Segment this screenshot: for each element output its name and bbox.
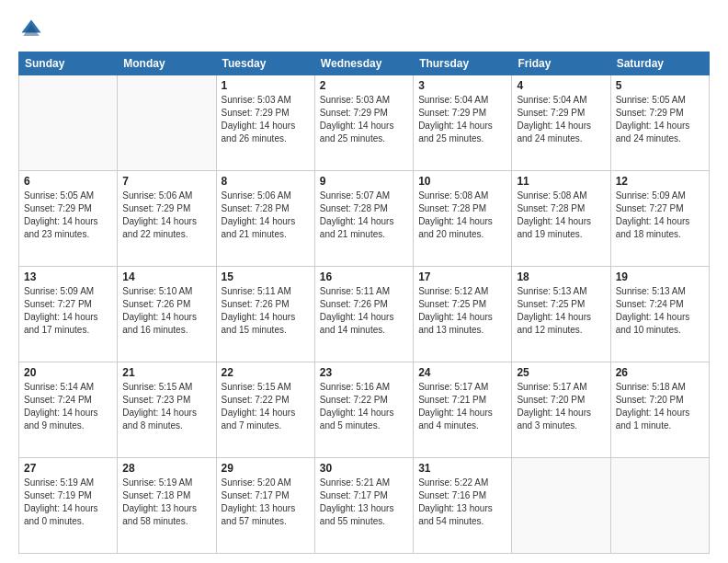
calendar-cell: 9Sunrise: 5:07 AM Sunset: 7:28 PM Daylig… [314,171,413,267]
day-detail: Sunrise: 5:14 AM Sunset: 7:24 PM Dayligh… [24,381,112,432]
calendar-cell: 17Sunrise: 5:12 AM Sunset: 7:25 PM Dayli… [414,267,512,362]
day-detail: Sunrise: 5:15 AM Sunset: 7:22 PM Dayligh… [222,381,310,432]
day-detail: Sunrise: 5:09 AM Sunset: 7:27 PM Dayligh… [616,190,704,241]
day-number: 6 [24,175,112,188]
day-detail: Sunrise: 5:16 AM Sunset: 7:22 PM Dayligh… [320,381,408,432]
day-detail: Sunrise: 5:17 AM Sunset: 7:20 PM Dayligh… [517,381,605,432]
weekday-header-wednesday: Wednesday [314,52,413,75]
weekday-header-tuesday: Tuesday [216,52,314,75]
calendar-cell: 31Sunrise: 5:22 AM Sunset: 7:16 PM Dayli… [414,458,512,554]
day-number: 2 [320,79,408,92]
day-detail: Sunrise: 5:03 AM Sunset: 7:29 PM Dayligh… [320,94,408,145]
calendar-table: SundayMondayTuesdayWednesdayThursdayFrid… [18,52,710,554]
day-detail: Sunrise: 5:06 AM Sunset: 7:29 PM Dayligh… [122,190,210,241]
day-detail: Sunrise: 5:09 AM Sunset: 7:27 PM Dayligh… [24,285,112,337]
day-detail: Sunrise: 5:19 AM Sunset: 7:18 PM Dayligh… [122,477,210,528]
calendar-cell: 14Sunrise: 5:10 AM Sunset: 7:26 PM Dayli… [118,267,216,362]
calendar-cell: 26Sunrise: 5:18 AM Sunset: 7:20 PM Dayli… [610,362,709,458]
day-detail: Sunrise: 5:17 AM Sunset: 7:21 PM Dayligh… [418,381,506,432]
calendar-cell: 13Sunrise: 5:09 AM Sunset: 7:27 PM Dayli… [19,267,118,362]
calendar-cell: 21Sunrise: 5:15 AM Sunset: 7:23 PM Dayli… [118,362,216,458]
calendar-week-row: 13Sunrise: 5:09 AM Sunset: 7:27 PM Dayli… [19,267,710,362]
weekday-header-row: SundayMondayTuesdayWednesdayThursdayFrid… [19,52,710,75]
day-detail: Sunrise: 5:05 AM Sunset: 7:29 PM Dayligh… [616,94,704,145]
calendar-cell: 4Sunrise: 5:04 AM Sunset: 7:29 PM Daylig… [512,75,610,171]
day-number: 24 [418,366,506,379]
calendar-cell: 20Sunrise: 5:14 AM Sunset: 7:24 PM Dayli… [19,362,118,458]
day-detail: Sunrise: 5:04 AM Sunset: 7:29 PM Dayligh… [517,94,605,145]
day-number: 4 [517,79,605,92]
weekday-header-friday: Friday [512,52,610,75]
calendar-cell: 23Sunrise: 5:16 AM Sunset: 7:22 PM Dayli… [314,362,413,458]
weekday-header-saturday: Saturday [610,52,709,75]
day-number: 17 [418,270,506,283]
day-number: 28 [122,462,210,475]
calendar-week-row: 6Sunrise: 5:05 AM Sunset: 7:29 PM Daylig… [19,171,710,267]
calendar-cell: 22Sunrise: 5:15 AM Sunset: 7:22 PM Dayli… [216,362,314,458]
calendar-cell: 8Sunrise: 5:06 AM Sunset: 7:28 PM Daylig… [216,171,314,267]
day-detail: Sunrise: 5:07 AM Sunset: 7:28 PM Dayligh… [320,190,408,241]
calendar-cell [118,75,216,171]
day-detail: Sunrise: 5:05 AM Sunset: 7:29 PM Dayligh… [24,190,112,241]
day-number: 18 [517,270,605,283]
calendar-cell: 5Sunrise: 5:05 AM Sunset: 7:29 PM Daylig… [610,75,709,171]
day-detail: Sunrise: 5:15 AM Sunset: 7:23 PM Dayligh… [122,381,210,432]
day-number: 12 [616,175,704,188]
weekday-header-thursday: Thursday [414,52,512,75]
day-detail: Sunrise: 5:13 AM Sunset: 7:24 PM Dayligh… [616,285,704,337]
day-detail: Sunrise: 5:21 AM Sunset: 7:17 PM Dayligh… [320,477,408,528]
day-detail: Sunrise: 5:20 AM Sunset: 7:17 PM Dayligh… [222,477,310,528]
logo [18,17,48,42]
day-detail: Sunrise: 5:10 AM Sunset: 7:26 PM Dayligh… [122,285,210,337]
calendar-week-row: 20Sunrise: 5:14 AM Sunset: 7:24 PM Dayli… [19,362,710,458]
calendar-cell: 25Sunrise: 5:17 AM Sunset: 7:20 PM Dayli… [512,362,610,458]
calendar-week-row: 27Sunrise: 5:19 AM Sunset: 7:19 PM Dayli… [19,458,710,554]
day-number: 21 [122,366,210,379]
day-number: 11 [517,175,605,188]
day-number: 23 [320,366,408,379]
calendar-cell: 19Sunrise: 5:13 AM Sunset: 7:24 PM Dayli… [610,267,709,362]
calendar-cell: 1Sunrise: 5:03 AM Sunset: 7:29 PM Daylig… [216,75,314,171]
day-number: 29 [222,462,310,475]
day-detail: Sunrise: 5:12 AM Sunset: 7:25 PM Dayligh… [418,285,506,337]
day-number: 8 [222,175,310,188]
calendar-cell: 6Sunrise: 5:05 AM Sunset: 7:29 PM Daylig… [19,171,118,267]
header [18,17,710,42]
day-detail: Sunrise: 5:22 AM Sunset: 7:16 PM Dayligh… [418,477,506,528]
day-number: 5 [616,79,704,92]
day-detail: Sunrise: 5:11 AM Sunset: 7:26 PM Dayligh… [320,285,408,337]
calendar-cell: 30Sunrise: 5:21 AM Sunset: 7:17 PM Dayli… [314,458,413,554]
weekday-header-monday: Monday [118,52,216,75]
day-detail: Sunrise: 5:08 AM Sunset: 7:28 PM Dayligh… [517,190,605,241]
calendar-cell: 12Sunrise: 5:09 AM Sunset: 7:27 PM Dayli… [610,171,709,267]
day-number: 1 [222,79,310,92]
day-number: 22 [222,366,310,379]
day-number: 14 [122,270,210,283]
day-detail: Sunrise: 5:11 AM Sunset: 7:26 PM Dayligh… [222,285,310,337]
day-number: 10 [418,175,506,188]
calendar-week-row: 1Sunrise: 5:03 AM Sunset: 7:29 PM Daylig… [19,75,710,171]
day-detail: Sunrise: 5:19 AM Sunset: 7:19 PM Dayligh… [24,477,112,528]
calendar-cell: 16Sunrise: 5:11 AM Sunset: 7:26 PM Dayli… [314,267,413,362]
day-number: 16 [320,270,408,283]
calendar-cell: 27Sunrise: 5:19 AM Sunset: 7:19 PM Dayli… [19,458,118,554]
day-detail: Sunrise: 5:06 AM Sunset: 7:28 PM Dayligh… [222,190,310,241]
day-number: 19 [616,270,704,283]
calendar-cell [19,75,118,171]
calendar-cell: 29Sunrise: 5:20 AM Sunset: 7:17 PM Dayli… [216,458,314,554]
calendar-cell: 15Sunrise: 5:11 AM Sunset: 7:26 PM Dayli… [216,267,314,362]
day-number: 20 [24,366,112,379]
calendar-cell: 2Sunrise: 5:03 AM Sunset: 7:29 PM Daylig… [314,75,413,171]
day-number: 30 [320,462,408,475]
day-detail: Sunrise: 5:18 AM Sunset: 7:20 PM Dayligh… [616,381,704,432]
weekday-header-sunday: Sunday [19,52,118,75]
day-number: 13 [24,270,112,283]
day-detail: Sunrise: 5:03 AM Sunset: 7:29 PM Dayligh… [222,94,310,145]
calendar-cell: 7Sunrise: 5:06 AM Sunset: 7:29 PM Daylig… [118,171,216,267]
calendar-cell: 24Sunrise: 5:17 AM Sunset: 7:21 PM Dayli… [414,362,512,458]
day-detail: Sunrise: 5:08 AM Sunset: 7:28 PM Dayligh… [418,190,506,241]
day-number: 26 [616,366,704,379]
calendar-cell [610,458,709,554]
day-number: 27 [24,462,112,475]
day-number: 9 [320,175,408,188]
